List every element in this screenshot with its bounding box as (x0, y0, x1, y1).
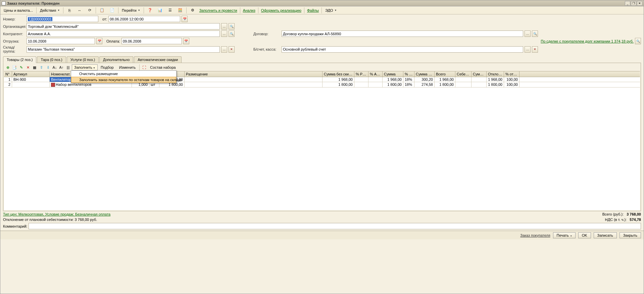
cell-n[interactable]: 1 (4, 77, 12, 82)
order-template-link[interactable]: Заказ покупателя (520, 233, 550, 237)
col-sum-vat[interactable]: Сумма НДС (414, 71, 435, 77)
sort-asc-icon[interactable]: A↓ (52, 64, 58, 70)
actions-button[interactable]: Действия▼ (38, 7, 62, 13)
pick-button[interactable]: Подбор (98, 64, 116, 70)
col-cost[interactable]: Себесто... (455, 71, 472, 77)
calc-icon[interactable]: 🧮 (176, 7, 185, 14)
cell-dev[interactable]: 1 800,00 (487, 82, 504, 87)
cell-sum_vat[interactable]: 300,20 (414, 77, 435, 82)
col-sum-nodisc[interactable]: Сумма без скидок (323, 71, 354, 77)
debt-open-icon[interactable]: 🔍 (635, 38, 641, 44)
cell-sum_vat[interactable]: 274,58 (414, 82, 435, 87)
cell-pct_manual[interactable] (354, 82, 368, 87)
refresh-icon[interactable]: ⟳ (85, 7, 94, 14)
col-n[interactable]: N° (4, 71, 12, 77)
ok-button[interactable]: OK (578, 232, 591, 238)
col-total[interactable]: Всего (435, 71, 455, 77)
col-sum[interactable]: Сумма (383, 71, 403, 77)
cell-cost[interactable] (455, 77, 472, 82)
cell-total[interactable]: 1 800,00 (435, 82, 455, 87)
change-button[interactable]: Изменить (117, 64, 138, 70)
print-button[interactable]: Печать ▾ (553, 232, 576, 238)
cell-article[interactable] (12, 82, 50, 87)
col-pct-manual[interactable]: % Руч... (354, 71, 368, 77)
ship-input[interactable]: 10.06.2008 (27, 38, 95, 44)
col-sum2[interactable]: Сумма ... (472, 71, 487, 77)
minimize-button[interactable]: _ (625, 1, 630, 6)
col-placement[interactable]: Размещение (185, 71, 323, 77)
comment-input[interactable] (29, 223, 641, 229)
dogovor-select-icon[interactable]: … (525, 31, 531, 37)
barcode-icon[interactable]: ||| (65, 64, 71, 70)
prices-currency-button[interactable]: Цены и валюта... (2, 7, 35, 13)
pay-input[interactable]: 09.06.2008 (121, 38, 182, 44)
sklad-input[interactable]: Магазин "Бытовая техника" (27, 46, 220, 53)
col-article[interactable]: Артикул (12, 71, 50, 77)
nav-icon[interactable]: ↔ (75, 7, 84, 14)
cell-sum_nodisc[interactable]: 1 800,00 (323, 82, 354, 87)
cell-cost[interactable] (455, 82, 472, 87)
col-dev[interactable]: Отклон... (487, 71, 504, 77)
number-input[interactable]: ТД000000001 (27, 16, 98, 22)
edit-row-icon[interactable]: ✎ (18, 64, 24, 70)
analysis-link[interactable]: Анализ (242, 8, 257, 13)
report-icon[interactable]: 📊 (155, 7, 165, 14)
date-input[interactable]: 08.06.2008 12:00:00 (108, 16, 180, 22)
account-input[interactable]: Основной рублевый счет (282, 46, 523, 53)
cell-sum[interactable]: 1 968,00 (383, 77, 403, 82)
paste-icon[interactable]: 📄 (107, 7, 117, 14)
dogovor-open-icon[interactable]: 🔍 (532, 31, 538, 37)
close-button[interactable]: Закрыть (620, 232, 641, 238)
org-open-icon[interactable]: 🔍 (229, 23, 235, 30)
make-sale-link[interactable]: Оформить реализацию (260, 8, 303, 13)
cell-pct_vat[interactable]: 18% (403, 77, 414, 82)
cell-dev[interactable]: 1 968,00 (487, 77, 504, 82)
tab-auto-discounts[interactable]: Автоматические скидки (134, 56, 182, 63)
copy-row-icon[interactable]: 📑 (11, 64, 17, 70)
files-link[interactable]: Файлы (306, 8, 320, 13)
sklad-clear-icon[interactable]: ✕ (229, 46, 235, 53)
col-pct-dev[interactable]: % откло... (504, 71, 519, 77)
edo-button[interactable]: ЭДО▼ (323, 7, 339, 13)
cell-pct_auto[interactable] (368, 82, 383, 87)
cell-n[interactable]: 2 (4, 82, 12, 87)
fill-button[interactable]: Заполнить▼ (72, 64, 98, 70)
post-icon[interactable]: ⎘ (65, 7, 74, 14)
sklad-select-icon[interactable]: … (221, 46, 227, 53)
pay-date-icon[interactable]: 📅 (183, 38, 189, 44)
account-clear-icon[interactable]: ✕ (532, 46, 538, 53)
date-picker-icon[interactable]: 📅 (182, 16, 188, 22)
copy-icon[interactable]: 📋 (97, 7, 107, 14)
cell-pct_dev[interactable]: 100,00 (504, 82, 519, 87)
composition-button[interactable]: Состав набора (148, 64, 178, 70)
price-type-link[interactable]: Тип цен: Мелкооптовая, Условие продаж: Б… (3, 212, 110, 216)
col-pct-auto[interactable]: % Авт... (368, 71, 383, 77)
contragent-open-icon[interactable]: 🔍 (229, 31, 235, 37)
cell-sum2[interactable] (472, 77, 487, 82)
maximize-button[interactable]: ❐ (631, 1, 636, 6)
save-button[interactable]: Записать (594, 232, 617, 238)
contragent-select-icon[interactable]: … (221, 31, 227, 37)
composition-icon[interactable]: ⛶ (141, 64, 147, 70)
cell-total[interactable]: 1 968,00 (435, 77, 455, 82)
cell-sum[interactable]: 1 800,00 (383, 82, 403, 87)
move-up-icon[interactable]: ⇧ (38, 64, 44, 70)
move-down-icon[interactable]: ⇩ (45, 64, 51, 70)
cell-placement[interactable] (185, 77, 323, 82)
sort-desc-icon[interactable]: A↑ (58, 64, 64, 70)
menu-clear-placement[interactable]: Очистить размещение (71, 71, 176, 77)
toggle-icon[interactable]: ▦ (32, 64, 38, 70)
fill-and-post-link[interactable]: Заполнить и провести (198, 8, 239, 13)
tab-goods[interactable]: Товары (2 поз.) (3, 56, 36, 63)
cell-placement[interactable] (185, 82, 323, 87)
cell-pct_auto[interactable] (368, 77, 383, 82)
add-row-icon[interactable]: ⊕ (5, 64, 11, 70)
struct-icon[interactable]: ☰ (165, 7, 175, 14)
goto-button[interactable]: Перейти▼ (120, 7, 142, 13)
org-select-icon[interactable]: … (221, 23, 227, 30)
debt-link[interactable]: По сделке с покупателем долг компании 1 … (452, 39, 634, 43)
dogovor-input[interactable]: Договор купли-продажи АЛ-56890 (282, 31, 523, 37)
tab-extra[interactable]: Дополнительно (99, 56, 133, 63)
process-icon[interactable]: ⚙ (188, 7, 197, 14)
cell-pct_manual[interactable] (354, 77, 368, 82)
